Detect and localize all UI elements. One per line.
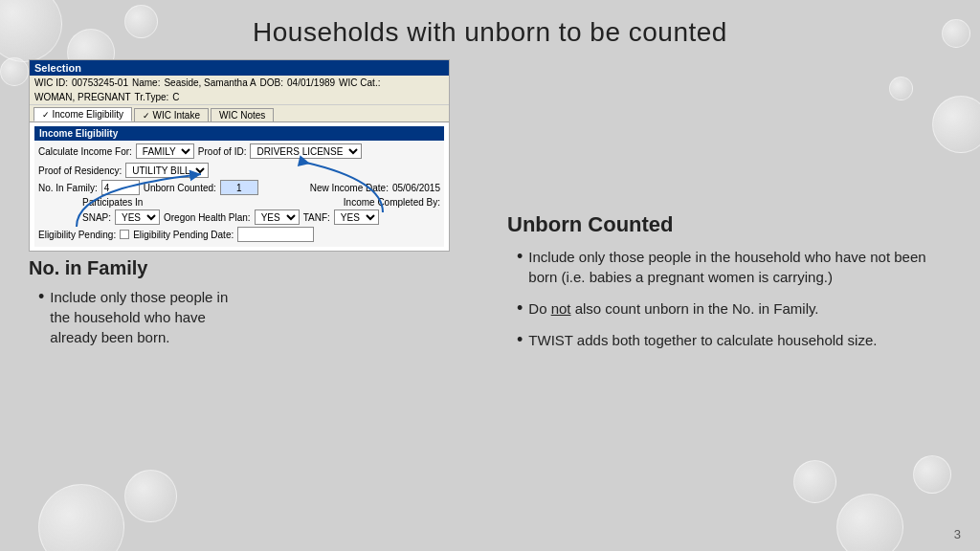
wic-info-row: WIC ID: 00753245-01 Name: Seaside, Saman… — [30, 76, 449, 105]
no-in-family-label: No. In Family: — [38, 183, 98, 193]
tr-type-label: Tr.Type: — [135, 92, 169, 102]
proof-id-label: Proof of ID: — [198, 146, 247, 157]
wic-cat-value: WOMAN, PREGNANT — [34, 92, 131, 102]
calc-income-label: Calculate Income For: — [38, 146, 132, 157]
unborn-counted-label: Unborn Counted: — [144, 183, 216, 193]
proof-residency-select[interactable]: UTILITY BILL — [125, 163, 209, 178]
dob-label: DOB: — [260, 77, 283, 88]
dob-value: 04/01/1989 — [287, 77, 335, 88]
form-row-1: Calculate Income For: FAMILY Proof of ID… — [38, 143, 440, 178]
right-bullet-text-1: Include only those people in the househo… — [528, 247, 951, 287]
tanf-label: TANF: — [303, 212, 330, 223]
underline-not: not — [551, 300, 571, 317]
right-bullet-dot-1: • — [517, 248, 523, 265]
selection-header: Selection — [30, 60, 449, 76]
income-completed-label: Income Completed By: — [344, 197, 440, 208]
oregon-health-label: Oregon Health Plan: — [164, 212, 251, 223]
wic-id-value: 00753245-01 — [72, 77, 128, 88]
eligibility-pending-date-label: Eligibility Pending Date: — [133, 230, 234, 240]
left-column: Selection WIC ID: 00753245-01 Name: Seas… — [29, 59, 488, 362]
bullet-dot-1: • — [38, 288, 44, 305]
snap-label: SNAP: — [82, 212, 111, 223]
no-in-family-bullets: • Include only those people in the house… — [29, 287, 249, 347]
form-row-5: Eligibility Pending: Eligibility Pending… — [38, 227, 440, 242]
tab-bar: ✓ Income Eligibility ✓ WIC Intake WIC No… — [30, 105, 449, 122]
right-bullet-text-3: TWIST adds both together to calculate ho… — [528, 330, 877, 350]
wic-cat-label: WIC Cat.: — [339, 77, 380, 88]
no-in-family-input[interactable] — [101, 180, 140, 195]
wic-id-label: WIC ID: — [34, 77, 68, 88]
tr-type-value: C — [172, 92, 179, 102]
tab-income-eligibility[interactable]: ✓ Income Eligibility — [33, 107, 132, 121]
name-label: Name: — [132, 77, 160, 88]
unborn-counted-title: Unborn Counted — [507, 212, 951, 237]
form-row-3: Participates In Income Completed By: — [38, 197, 440, 208]
screenshot-area: Selection WIC ID: 00753245-01 Name: Seas… — [29, 59, 450, 252]
tab-wic-intake[interactable]: ✓ WIC Intake — [134, 108, 209, 121]
slide-number: 3 — [954, 527, 961, 541]
right-column: Unborn Counted • Include only those peop… — [488, 59, 951, 362]
form-row-4: SNAP: YES Oregon Health Plan: YES TANF: … — [38, 209, 440, 225]
right-bullet-2: • Do not also count unborn in the No. in… — [517, 298, 951, 319]
income-eligibility-header: Income Eligibility — [34, 126, 444, 141]
right-bullet-1: • Include only those people in the house… — [517, 247, 951, 287]
no-in-family-annotation-title: No. in Family — [29, 257, 239, 279]
name-value: Seaside, Samantha A — [164, 77, 256, 88]
right-bullet-3: • TWIST adds both together to calculate … — [517, 330, 951, 350]
proof-id-select[interactable]: DRIVERS LICENSE — [250, 143, 362, 159]
participates-label: Participates In — [82, 197, 143, 208]
calc-income-select[interactable]: FAMILY — [136, 143, 194, 159]
eligibility-pending-label: Eligibility Pending: — [38, 230, 116, 240]
income-eligibility-form: Income Eligibility Calculate Income For:… — [30, 122, 449, 251]
eligibility-pending-checkbox[interactable] — [120, 230, 129, 239]
right-bullet-dot-3: • — [517, 331, 523, 348]
no-in-family-section: No. in Family • Include only those peopl… — [29, 257, 249, 355]
unborn-bullets: • Include only those people in the house… — [507, 247, 951, 350]
eligibility-pending-date-input[interactable] — [237, 227, 314, 242]
oregon-health-select[interactable]: YES — [255, 209, 300, 225]
annotation-row: No. in Family • Include only those peopl… — [29, 257, 450, 355]
bullet-item-1: • Include only those people in the house… — [38, 287, 249, 347]
unborn-counted-input[interactable] — [220, 180, 258, 195]
ui-screenshot: Selection WIC ID: 00753245-01 Name: Seas… — [29, 59, 450, 252]
form-row-2: No. In Family: Unborn Counted: New Incom… — [38, 180, 440, 195]
tanf-select[interactable]: YES — [334, 209, 379, 225]
bullet-text-1: Include only those people in the househo… — [50, 287, 249, 347]
right-bullet-dot-2: • — [517, 299, 523, 317]
proof-residency-label: Proof of Residency: — [38, 165, 122, 176]
snap-select[interactable]: YES — [115, 209, 160, 225]
new-income-date-value: 05/06/2015 — [392, 183, 440, 193]
new-income-date-label: New Income Date: — [310, 183, 389, 193]
right-bullet-text-2: Do not also count unborn in the No. in F… — [528, 298, 818, 319]
tab-wic-notes[interactable]: WIC Notes — [211, 108, 274, 121]
